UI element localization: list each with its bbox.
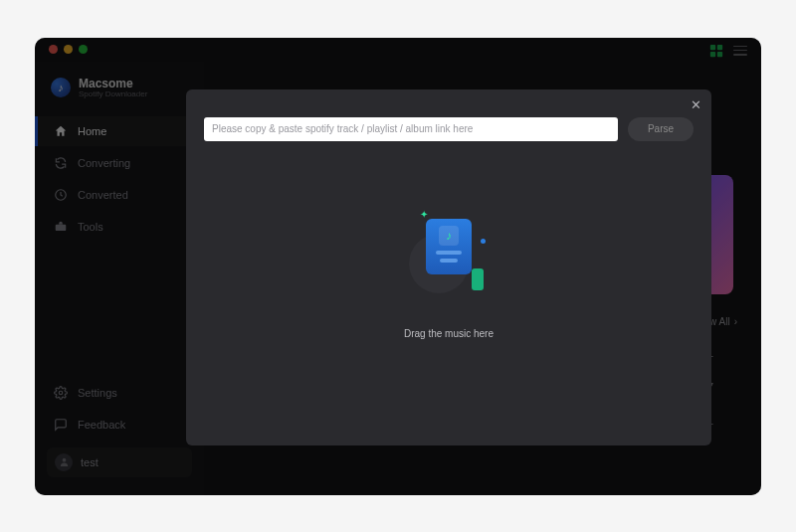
close-icon[interactable]: ✕	[691, 97, 701, 112]
drop-area[interactable]: ✦ ♪ Drag the music here	[186, 209, 711, 426]
drop-text: Drag the music here	[404, 328, 494, 339]
link-input[interactable]	[204, 117, 618, 141]
drop-illustration: ✦ ♪	[404, 209, 494, 298]
phone-icon	[472, 268, 484, 290]
sparkle-icon: ✦	[420, 209, 428, 220]
parse-button[interactable]: Parse	[628, 117, 694, 141]
music-note-icon: ♪	[439, 226, 459, 246]
modal-input-row: Parse	[204, 117, 694, 141]
app-window: ♪ Macsome Spotify Downloader Home Conver…	[35, 38, 761, 495]
dot-icon	[481, 239, 486, 244]
paste-link-modal: ✕ Parse ✦ ♪ Drag the music here	[186, 89, 711, 445]
